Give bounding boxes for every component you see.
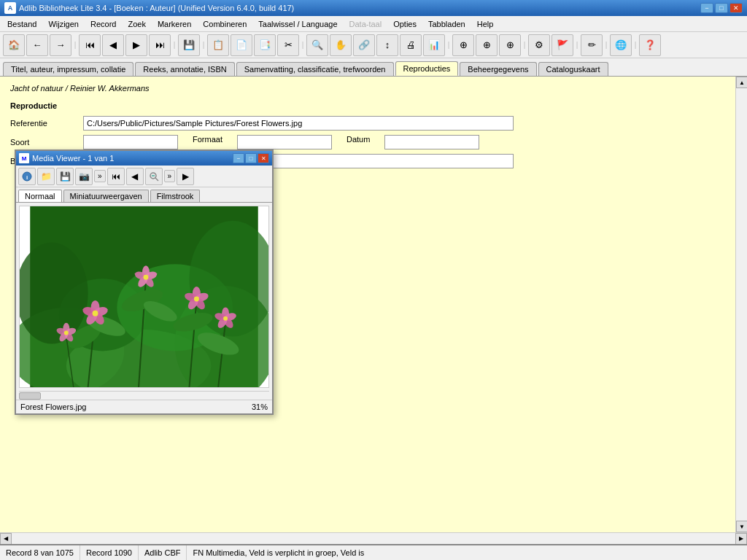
globe-button[interactable]: 🌐 <box>610 34 632 56</box>
media-viewer: M Media Viewer - 1 van 1 − □ ✕ i <box>15 149 274 415</box>
toolbar-separator: | <box>575 34 579 56</box>
copy-button[interactable]: 📑 <box>254 34 276 56</box>
mv-scrollbar-thumb[interactable] <box>19 392 41 400</box>
menu-item-bestand[interactable]: Bestand <box>1 18 42 30</box>
edit-button[interactable]: ✏ <box>581 34 603 56</box>
nav-prev-button[interactable]: ◀ <box>102 34 124 56</box>
record-header: Jacht of natuur / Reinier W. Akkermans <box>10 84 737 93</box>
right-scrollbar[interactable]: ▲ ▼ <box>735 77 747 532</box>
chart-button[interactable]: 📊 <box>423 34 445 56</box>
nav-first-button[interactable]: ⏮ <box>79 34 101 56</box>
svg-text:i: i <box>26 174 28 181</box>
mv-folder-button[interactable]: 📁 <box>37 168 55 185</box>
mv-save-button[interactable]: 💾 <box>56 168 74 185</box>
menu-item-tabbladen[interactable]: Tabbladen <box>422 18 471 30</box>
menu-item-zoek[interactable]: Zoek <box>122 18 151 30</box>
restore-button[interactable]: □ <box>715 3 728 13</box>
toolbar-separator: | <box>633 34 638 56</box>
help-button[interactable]: ❓ <box>639 34 661 56</box>
menu-item-wijzigen[interactable]: Wijzigen <box>42 18 85 30</box>
mv-close-button[interactable]: ✕ <box>258 153 269 163</box>
flag-button[interactable]: 🚩 <box>551 34 573 56</box>
svg-point-35 <box>144 275 149 280</box>
mv-titlebar-title: Media Viewer - 1 van 1 <box>32 154 233 163</box>
mv-play-button[interactable]: ▶ <box>177 168 194 185</box>
datum-input[interactable] <box>384 135 479 149</box>
mv-prev-button[interactable]: ◀ <box>126 168 144 185</box>
toolbar-separator: | <box>604 34 608 56</box>
svg-point-53 <box>223 316 228 321</box>
h-scroll-track[interactable] <box>12 534 735 543</box>
hand-button[interactable]: ✋ <box>330 34 352 56</box>
mv-tab-normaal[interactable]: Normaal <box>18 190 62 202</box>
delete-button[interactable]: ✂ <box>277 34 299 56</box>
status-record-info: Record 8 van 1075 <box>0 545 80 560</box>
menu-item-help[interactable]: Help <box>471 18 500 30</box>
toolbar-separator: | <box>301 34 305 56</box>
mv-more2-button[interactable]: » <box>164 170 176 182</box>
home-button[interactable]: 🏠 <box>3 34 25 56</box>
mv-more1-button[interactable]: » <box>94 170 106 182</box>
tab-4[interactable]: Beheergegevens <box>460 62 536 76</box>
minimize-button[interactable]: − <box>700 3 713 13</box>
link1-button[interactable]: ⊕ <box>452 34 474 56</box>
soort-input[interactable] <box>83 135 178 149</box>
view-button[interactable]: 📋 <box>207 34 229 56</box>
titlebar-controls: − □ ✕ <box>700 3 743 13</box>
scroll-down-button[interactable]: ▼ <box>736 521 747 532</box>
formaat-label: Formaat <box>193 135 222 149</box>
titlebar: A Adlib Bibliotheek Lite 3.4 - [Boeken :… <box>0 0 747 16</box>
scroll-up-button[interactable]: ▲ <box>736 77 747 88</box>
nav-next-button[interactable]: ▶ <box>125 34 147 56</box>
mv-camera-button[interactable]: 📷 <box>75 168 93 185</box>
print-button[interactable]: 🖨 <box>400 34 422 56</box>
reference-row: Referentie <box>10 116 737 131</box>
reference-input[interactable] <box>83 116 514 131</box>
scroll-right-button[interactable]: ▶ <box>735 533 747 545</box>
forward-button[interactable]: → <box>50 34 71 56</box>
sort-button[interactable]: ↕ <box>376 34 398 56</box>
merge-button[interactable]: 🔗 <box>353 34 375 56</box>
tab-5[interactable]: Cataloguskaart <box>538 62 608 76</box>
tab-2[interactable]: Samenvatting, classificatie, trefwoorden <box>236 62 394 76</box>
save-button[interactable]: 💾 <box>178 34 200 56</box>
mv-titlebar: M Media Viewer - 1 van 1 − □ ✕ <box>16 151 272 166</box>
mv-zoom-button[interactable] <box>145 168 163 185</box>
mv-restore-button[interactable]: □ <box>245 153 257 163</box>
tab-1[interactable]: Reeks, annotatie, ISBN <box>135 62 234 76</box>
menu-item-taalwissel---language[interactable]: Taalwissel / Language <box>252 18 343 30</box>
tab-bar: Titel, auteur, impressum, collatieReeks,… <box>0 58 747 77</box>
menu-item-record[interactable]: Record <box>85 18 122 30</box>
toolbar-separator: | <box>201 34 206 56</box>
main-content: Jacht of natuur / Reinier W. Akkermans R… <box>0 77 747 526</box>
nav-last-button[interactable]: ⏭ <box>149 34 171 56</box>
mv-minimize-button[interactable]: − <box>233 153 244 163</box>
app-wrapper: A Adlib Bibliotheek Lite 3.4 - [Boeken :… <box>0 0 747 560</box>
tab-0[interactable]: Titel, auteur, impressum, collatie <box>3 62 133 76</box>
menu-item-opties[interactable]: Opties <box>387 18 422 30</box>
link3-button[interactable]: ⊕ <box>499 34 521 56</box>
menu-item-data-taal: Data-taal <box>344 18 388 30</box>
mv-info-button[interactable]: i <box>18 168 36 185</box>
toolbar: 🏠←→|⏮◀▶⏭|💾|📋📄📑✂|🔍✋🔗↕🖨📊|⊕⊕⊕|⚙🚩|✏|🌐|❓ <box>0 32 747 58</box>
mv-tab-filmstrook[interactable]: Filmstrook <box>150 190 201 202</box>
mv-image-area <box>19 206 269 388</box>
soort-label: Soort <box>10 138 83 147</box>
mv-first-button[interactable]: ⏮ <box>107 168 125 185</box>
new-button[interactable]: 📄 <box>231 34 252 56</box>
reference-label: Referentie <box>10 119 83 128</box>
back-button[interactable]: ← <box>26 34 48 56</box>
menu-item-markeren[interactable]: Markeren <box>152 18 197 30</box>
close-button[interactable]: ✕ <box>729 3 743 13</box>
link2-button[interactable]: ⊕ <box>476 34 498 56</box>
menu-item-combineren[interactable]: Combineren <box>197 18 252 30</box>
scroll-left-button[interactable]: ◀ <box>0 533 12 545</box>
horizontal-scrollbar[interactable]: ◀ ▶ <box>0 532 747 544</box>
formaat-input[interactable] <box>237 135 332 149</box>
find-button[interactable]: 🔍 <box>306 34 328 56</box>
mv-tab-miniatuur[interactable]: Miniatuurweergaven <box>63 190 149 202</box>
mv-horizontal-scrollbar[interactable] <box>19 391 269 400</box>
tab-3[interactable]: Reproducties <box>395 61 459 76</box>
mv-titlebar-controls: − □ ✕ <box>233 153 269 163</box>
config-button[interactable]: ⚙ <box>528 34 550 56</box>
